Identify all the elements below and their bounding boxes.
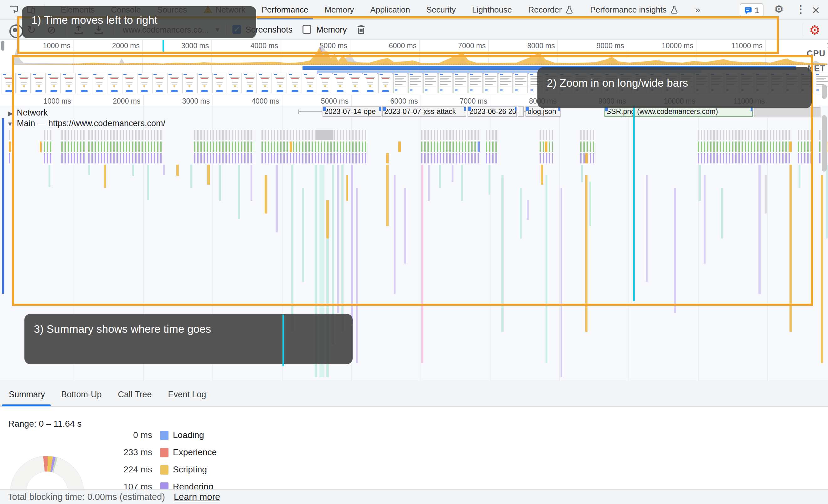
scrollbar-thumb[interactable] <box>822 85 827 99</box>
capture-settings-gear-icon[interactable]: ⚙ <box>809 24 821 36</box>
tab-label: Memory <box>324 5 354 15</box>
legend-swatch <box>160 431 168 440</box>
thumb-line <box>817 83 826 83</box>
thumb-line <box>817 80 824 80</box>
thumb-logo <box>816 74 819 75</box>
tab-label: Recorder <box>528 5 562 15</box>
details-tab-summary[interactable]: Summary <box>9 390 45 400</box>
thumb-line <box>6 82 12 83</box>
tab-label: Application <box>370 5 410 15</box>
legend-swatch <box>160 448 168 457</box>
details-tab-bottom-up[interactable]: Bottom-Up <box>61 390 102 400</box>
range-text: Range: 0 – 11.64 s <box>8 419 82 429</box>
details-tabs: SummaryBottom-UpCall TreeEvent Log <box>0 380 828 400</box>
legend-label: Scripting <box>173 465 207 474</box>
legend-row: 224 msScripting <box>0 465 282 477</box>
scrollbar-thumb[interactable] <box>822 115 827 172</box>
learn-more-link[interactable]: Learn more <box>174 492 220 502</box>
thumb-accent <box>817 89 819 91</box>
divider <box>802 23 802 36</box>
flask-icon <box>669 5 679 14</box>
legend-time: 233 ms <box>88 447 152 457</box>
message-icon <box>744 6 752 14</box>
legend-time: 0 ms <box>88 430 152 440</box>
script-bar <box>9 141 11 152</box>
thumb-line <box>6 84 11 85</box>
annotation-text: 2) Zoom in on long/wide bars <box>547 77 688 89</box>
thumb-line <box>5 78 12 79</box>
issues-count: 1 <box>755 6 759 15</box>
main-track-accent <box>2 118 4 294</box>
kebab-menu-icon[interactable]: ⋮ <box>795 4 806 14</box>
annotation-text: 1) Time moves left to right <box>31 14 158 26</box>
thumb-line <box>817 81 828 82</box>
thumb-button <box>5 90 12 92</box>
annotation-tooltip-2: 2) Zoom in on long/wide bars <box>537 67 812 108</box>
thumb-accent <box>8 85 10 87</box>
devtools-window: ElementsConsoleSourcesNetworkPerformance… <box>0 0 828 504</box>
tab-label: Security <box>426 5 456 15</box>
details-tab-event-log[interactable]: Event Log <box>168 390 206 400</box>
close-icon[interactable]: ✕ <box>812 4 820 16</box>
filmstrip-hover-playhead[interactable] <box>283 314 284 366</box>
issues-badge[interactable]: 1 <box>740 3 763 17</box>
summary-panel: Range: 0 – 11.64 s 0 msLoading233 msExpe… <box>0 407 828 489</box>
active-tab-underline <box>2 405 51 406</box>
tab-label: Performance insights <box>590 5 667 15</box>
legend-time: 224 ms <box>88 465 152 474</box>
call-stack-column <box>821 175 823 363</box>
legend-label: Loading <box>173 430 204 440</box>
annotation-tooltip-3: 3) Summary shows where time goes <box>25 314 353 364</box>
settings-gear-icon[interactable]: ⚙ <box>774 4 784 14</box>
annotation-tooltip-1: 1) Time moves left to right <box>22 6 256 38</box>
call-stack-column <box>826 165 828 239</box>
legend-label: Experience <box>173 447 217 457</box>
details-tab-call-tree[interactable]: Call Tree <box>118 390 152 400</box>
tab-label: Lighthouse <box>472 5 512 15</box>
annotation-text: 3) Summary shows where time goes <box>34 323 211 335</box>
thumb-line <box>817 78 826 79</box>
total-blocking-time-text: Total blocking time: 0.00ms (estimated) <box>7 492 165 502</box>
status-footer: Total blocking time: 0.00ms (estimated) … <box>0 489 828 504</box>
flask-icon <box>565 5 574 14</box>
thumb-line <box>817 76 828 77</box>
legend-swatch <box>160 465 168 474</box>
thumb-logo <box>3 74 6 75</box>
details-tab-bar: SummaryBottom-UpCall TreeEvent Log <box>0 380 828 407</box>
legend-row: 233 msExperience <box>0 447 282 460</box>
tab-label: Performance <box>262 5 308 15</box>
inspect-icon[interactable] <box>9 5 19 14</box>
legend-row: 0 msLoading <box>0 430 282 443</box>
